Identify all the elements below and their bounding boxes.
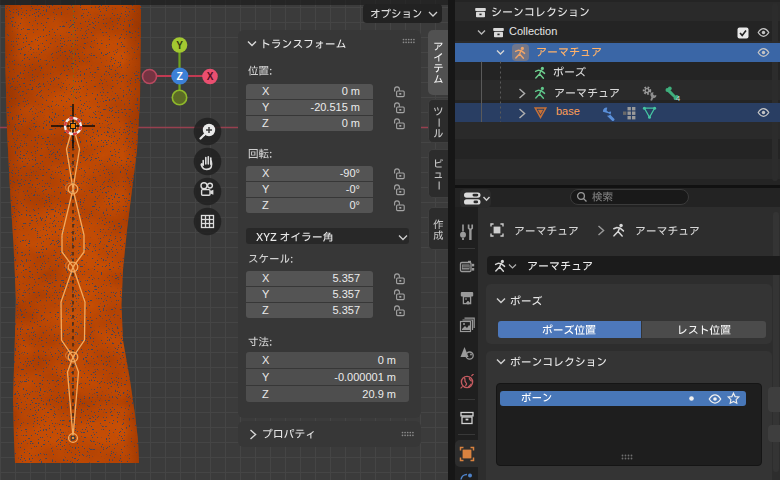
svg-text:Z: Z <box>177 70 184 82</box>
svg-text:Y: Y <box>176 40 183 51</box>
svg-text:X: X <box>207 71 214 82</box>
